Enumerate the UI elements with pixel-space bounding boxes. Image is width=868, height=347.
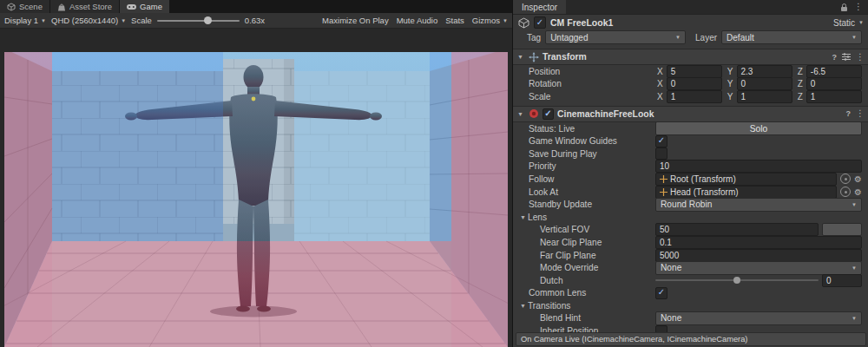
near-clip-field[interactable]: 0.1 <box>655 236 862 249</box>
mode-override-dropdown[interactable]: None ▼ <box>655 261 862 275</box>
position-x-field[interactable]: 5 <box>667 65 722 78</box>
mode-override-value: None <box>661 263 681 272</box>
common-lens-checkbox[interactable] <box>655 287 667 299</box>
gizmos-dropdown[interactable]: Gizmos ▼ <box>472 16 508 25</box>
gear-icon[interactable]: ⚙ <box>854 174 862 184</box>
tab-game[interactable]: Game <box>120 0 169 13</box>
solo-button[interactable]: Solo <box>655 121 862 135</box>
fov-preset-dropdown[interactable] <box>822 223 862 236</box>
position-row: Position X 5 Y 2.3 Z -6.5 <box>513 65 868 78</box>
common-lens-row: Common Lens <box>513 287 868 300</box>
game-pane: Scene Asset Store Game Display 1 ▼ QHD (… <box>0 0 512 347</box>
game-viewport[interactable] <box>4 52 508 347</box>
common-lens-label: Common Lens <box>529 288 655 298</box>
foldout-arrow-icon[interactable]: ▼ <box>520 214 528 220</box>
standby-update-dropdown[interactable]: Round Robin ▼ <box>655 198 862 212</box>
transitions-foldout[interactable]: ▼ Transitions <box>513 299 868 312</box>
game-window-guides-checkbox[interactable] <box>655 135 667 147</box>
cinemachine-freelook-title: CinemachineFreeLook <box>557 109 654 119</box>
priority-row: Priority 10 <box>513 160 868 174</box>
scale-value: 0.63x <box>245 16 265 25</box>
resolution-dropdown[interactable]: QHD (2560x1440) ▼ <box>51 16 126 25</box>
tag-dropdown[interactable]: Untagged ▼ <box>545 30 686 44</box>
rotation-z-field[interactable]: 0 <box>806 77 862 90</box>
standby-update-label: Standby Update <box>529 200 655 209</box>
dutch-label: Dutch <box>529 276 655 285</box>
blend-hint-value: None <box>661 313 681 323</box>
blend-hint-dropdown[interactable]: None ▼ <box>655 311 862 325</box>
foldout-arrow-icon[interactable]: ▼ <box>517 54 525 60</box>
far-clip-field[interactable]: 5000 <box>655 249 862 262</box>
stats-button[interactable]: Stats <box>445 16 464 25</box>
scene-cube-icon <box>7 3 16 11</box>
rotation-label: Rotation <box>529 79 655 88</box>
kebab-menu-icon[interactable]: ⋮ <box>856 109 865 118</box>
priority-label: Priority <box>529 161 655 171</box>
transform-header[interactable]: ▼ Transform ? ⋮ <box>513 49 868 65</box>
softzone-overlay-right <box>430 52 451 241</box>
save-during-play-checkbox[interactable] <box>655 147 667 160</box>
chevron-down-icon: ▼ <box>852 316 857 321</box>
follow-value: Root (Transform) <box>670 174 736 184</box>
mute-audio-button[interactable]: Mute Audio <box>397 16 438 25</box>
axis-x-label: X <box>657 92 663 101</box>
axis-y-label: Y <box>727 92 733 101</box>
resolution-dropdown-label: QHD (2560x1440) <box>51 16 118 25</box>
scale-x-field[interactable]: 1 <box>667 90 722 103</box>
inspector-tab-bar: Inspector ⋮ <box>513 0 868 15</box>
mode-override-label: Mode Override <box>529 263 655 272</box>
help-icon[interactable]: ? <box>846 109 852 118</box>
dutch-slider-knob[interactable] <box>733 277 740 284</box>
object-picker-icon[interactable] <box>840 174 851 184</box>
foldout-arrow-icon[interactable]: ▼ <box>520 303 528 309</box>
game-toolbar: Display 1 ▼ QHD (2560x1440) ▼ Scale 0.63… <box>0 13 512 29</box>
position-z-field[interactable]: -6.5 <box>806 65 862 78</box>
kebab-menu-icon[interactable]: ⋮ <box>854 3 863 11</box>
chevron-down-icon: ▼ <box>675 35 681 40</box>
kebab-menu-icon[interactable]: ⋮ <box>856 53 865 62</box>
tag-value: Untagged <box>550 33 588 43</box>
gear-icon[interactable]: ⚙ <box>854 187 862 197</box>
dutch-field[interactable]: 0 <box>822 274 862 287</box>
component-enabled-checkbox[interactable] <box>542 108 554 120</box>
object-picker-icon[interactable] <box>840 187 851 197</box>
layer-dropdown[interactable]: Default ▼ <box>721 30 862 44</box>
rotation-x-field[interactable]: 0 <box>667 77 722 90</box>
scale-y-field[interactable]: 1 <box>737 90 792 103</box>
scale-slider-knob[interactable] <box>204 16 212 24</box>
far-clip-label: Far Clip Plane <box>529 251 655 260</box>
vertical-fov-field[interactable]: 50 <box>655 223 819 236</box>
position-y-field[interactable]: 2.3 <box>737 65 792 78</box>
cinemachine-freelook-header[interactable]: ▼ CinemachineFreeLook ? ⋮ <box>513 106 868 122</box>
asset-store-bag-icon <box>57 3 66 11</box>
rotation-y-field[interactable]: 0 <box>737 77 792 90</box>
scale-z-field[interactable]: 1 <box>806 90 862 103</box>
maximize-on-play-button[interactable]: Maximize On Play <box>322 16 389 25</box>
lock-icon[interactable] <box>840 3 848 12</box>
tab-game-label: Game <box>140 2 162 11</box>
lens-foldout[interactable]: ▼ Lens <box>513 211 868 224</box>
gameobject-active-checkbox[interactable] <box>534 16 546 29</box>
gamepad-icon <box>127 3 136 10</box>
gameobject-name: CM FreeLook1 <box>550 17 613 28</box>
tag-layer-row: Tag Untagged ▼ Layer Default ▼ <box>513 30 868 47</box>
display-dropdown[interactable]: Display 1 ▼ <box>4 16 46 25</box>
priority-field[interactable]: 10 <box>655 160 862 173</box>
chevron-down-icon: ▼ <box>41 18 46 23</box>
foldout-arrow-icon[interactable]: ▼ <box>517 111 525 117</box>
scale-slider[interactable] <box>157 20 240 22</box>
help-icon[interactable]: ? <box>832 53 838 62</box>
static-dropdown[interactable]: Static ▼ <box>833 18 864 28</box>
look-at-object-field[interactable]: Head (Transform) <box>655 186 837 199</box>
axis-z-label: Z <box>798 79 803 88</box>
dutch-slider[interactable] <box>655 279 819 281</box>
tab-asset-store[interactable]: Asset Store <box>50 0 119 13</box>
presets-icon[interactable] <box>842 53 851 61</box>
chevron-down-icon: ▼ <box>121 18 126 23</box>
scale-label: Scale <box>131 16 152 25</box>
tab-scene[interactable]: Scene <box>0 0 49 13</box>
rotation-row: Rotation X 0 Y 0 Z 0 <box>513 78 868 91</box>
tab-inspector[interactable]: Inspector <box>513 0 566 14</box>
follow-object-field[interactable]: Root (Transform) <box>655 173 837 186</box>
far-clip-row: Far Clip Plane 5000 <box>513 249 868 262</box>
